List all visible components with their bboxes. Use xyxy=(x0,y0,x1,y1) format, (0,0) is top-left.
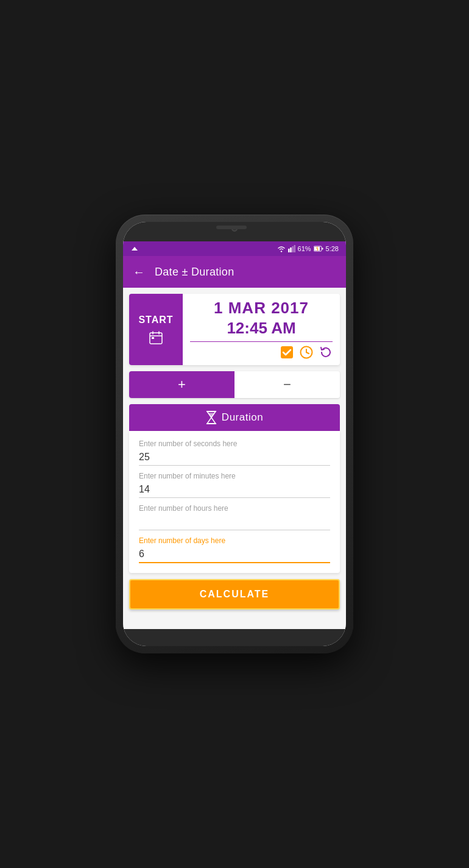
check-icon[interactable] xyxy=(280,346,294,359)
speaker xyxy=(216,226,247,229)
calendar-icon xyxy=(149,329,163,345)
phone-device: 61% 5:28 ← Date ± Duration START xyxy=(116,215,353,653)
svg-rect-2 xyxy=(292,246,294,252)
network-icon xyxy=(130,244,139,254)
date-info: 1 MAR 2017 12:45 AM xyxy=(183,294,340,365)
seconds-input[interactable] xyxy=(139,449,330,466)
status-bar: 61% 5:28 xyxy=(123,241,346,256)
hourglass-icon xyxy=(206,411,217,424)
days-input[interactable] xyxy=(139,546,330,563)
hours-label: Enter number of hours here xyxy=(139,504,330,513)
svg-rect-6 xyxy=(322,248,323,250)
hours-field-group: Enter number of hours here xyxy=(139,504,330,530)
start-label: START xyxy=(138,315,173,326)
clock-icon[interactable] xyxy=(300,346,313,359)
battery-icon xyxy=(314,246,323,252)
date-card: START 1 MAR 2017 12:45 AM xyxy=(129,294,340,365)
days-field-group: Enter number of days here xyxy=(139,536,330,563)
phone-bottom-bar xyxy=(123,629,346,646)
date-actions xyxy=(190,346,333,363)
svg-rect-1 xyxy=(290,247,292,252)
duration-header: Duration xyxy=(129,404,340,431)
svg-line-15 xyxy=(306,352,309,354)
seconds-field-group: Enter number of seconds here xyxy=(139,439,330,466)
svg-rect-0 xyxy=(288,249,290,252)
minus-button[interactable]: − xyxy=(234,371,340,398)
duration-form: Enter number of seconds here Enter numbe… xyxy=(129,431,340,573)
back-button[interactable]: ← xyxy=(133,265,145,279)
signal-icon xyxy=(288,245,295,252)
plus-button[interactable]: + xyxy=(129,371,234,398)
calculate-button[interactable]: CALCULATE xyxy=(129,579,340,610)
minutes-field-group: Enter number of minutes here xyxy=(139,472,330,498)
wifi-icon xyxy=(277,245,286,252)
calculate-label: CALCULATE xyxy=(200,589,270,600)
date-divider xyxy=(190,341,333,342)
app-title: Date ± Duration xyxy=(155,266,234,279)
duration-label: Duration xyxy=(222,411,263,424)
main-content: START 1 MAR 2017 12:45 AM xyxy=(123,288,346,629)
days-label: Enter number of days here xyxy=(139,536,330,545)
date-value: 1 MAR 2017 xyxy=(214,299,309,318)
hours-input[interactable] xyxy=(139,514,330,530)
app-bar: ← Date ± Duration xyxy=(123,256,346,288)
minutes-label: Enter number of minutes here xyxy=(139,472,330,480)
phone-top-notch xyxy=(123,222,346,241)
svg-rect-11 xyxy=(152,337,154,339)
operation-toggle: + − xyxy=(129,371,340,398)
status-time: 5:28 xyxy=(326,245,339,252)
svg-rect-3 xyxy=(294,245,295,252)
minutes-input[interactable] xyxy=(139,482,330,498)
seconds-label: Enter number of seconds here xyxy=(139,439,330,448)
status-right: 61% 5:28 xyxy=(277,245,339,252)
start-section[interactable]: START xyxy=(129,294,183,365)
time-value: 12:45 AM xyxy=(227,319,295,338)
refresh-icon[interactable] xyxy=(319,346,333,359)
status-left xyxy=(130,244,139,254)
battery-percent: 61% xyxy=(298,245,311,252)
